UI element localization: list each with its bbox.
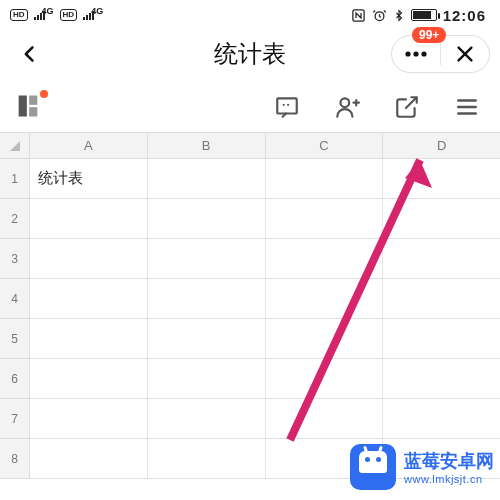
cell[interactable]: [383, 319, 500, 358]
status-left: HD 4G HD 4G: [10, 9, 103, 21]
cell[interactable]: [148, 439, 266, 478]
cell[interactable]: [30, 199, 148, 238]
watermark-title: 蓝莓安卓网: [404, 449, 494, 473]
cell[interactable]: [383, 239, 500, 278]
table-row: 2: [0, 199, 500, 239]
svg-point-2: [405, 51, 410, 56]
row-header[interactable]: 8: [0, 439, 30, 478]
signal-2: 4G: [83, 10, 103, 20]
select-all-corner[interactable]: [0, 133, 30, 158]
column-header-row: A B C D: [0, 133, 500, 159]
table-row: 1统计表: [0, 159, 500, 199]
row-header[interactable]: 6: [0, 359, 30, 398]
cell[interactable]: [30, 279, 148, 318]
menu-button[interactable]: [452, 92, 482, 122]
status-bar: HD 4G HD 4G 12:06: [0, 0, 500, 26]
cell[interactable]: [148, 279, 266, 318]
col-header[interactable]: C: [266, 133, 384, 158]
add-user-button[interactable]: [332, 92, 362, 122]
row-header[interactable]: 4: [0, 279, 30, 318]
cell[interactable]: [30, 439, 148, 478]
cell[interactable]: [266, 359, 384, 398]
comment-button[interactable]: [272, 92, 302, 122]
hd-badge-1: HD: [10, 9, 28, 21]
row-header[interactable]: 3: [0, 239, 30, 278]
close-button[interactable]: [441, 35, 489, 73]
cell[interactable]: [266, 239, 384, 278]
cell[interactable]: [266, 199, 384, 238]
nfc-icon: [351, 8, 366, 23]
svg-point-11: [341, 98, 350, 107]
share-button[interactable]: [392, 92, 422, 122]
status-right: 12:06: [351, 7, 486, 24]
cell[interactable]: [30, 359, 148, 398]
cell[interactable]: [148, 399, 266, 438]
status-time: 12:06: [443, 7, 486, 24]
svg-rect-10: [277, 98, 297, 113]
svg-point-3: [413, 51, 418, 56]
cell[interactable]: [383, 199, 500, 238]
cell[interactable]: [266, 319, 384, 358]
col-header[interactable]: D: [383, 133, 500, 158]
cell[interactable]: [383, 159, 500, 198]
app-logo[interactable]: [14, 92, 44, 122]
svg-point-4: [421, 51, 426, 56]
svg-rect-9: [29, 107, 37, 116]
title-bar: 统计表 99+: [0, 26, 500, 82]
bluetooth-icon: [393, 8, 405, 23]
cell[interactable]: [266, 279, 384, 318]
cell[interactable]: [266, 159, 384, 198]
watermark-url: www.lmkjsjt.cn: [404, 473, 494, 485]
back-button[interactable]: [10, 34, 50, 74]
cell[interactable]: 统计表: [30, 159, 148, 198]
cell[interactable]: [148, 239, 266, 278]
svg-rect-7: [19, 96, 27, 117]
cell[interactable]: [148, 159, 266, 198]
battery-icon: [411, 9, 437, 21]
doc-toolbar: [0, 82, 500, 132]
cell[interactable]: [30, 239, 148, 278]
svg-rect-8: [29, 96, 37, 105]
svg-marker-15: [10, 141, 20, 151]
row-header[interactable]: 7: [0, 399, 30, 438]
notification-badge: 99+: [412, 27, 446, 43]
watermark-icon: [350, 444, 396, 490]
table-row: 7: [0, 399, 500, 439]
table-row: 6: [0, 359, 500, 399]
table-row: 4: [0, 279, 500, 319]
signal-1: 4G: [34, 10, 54, 20]
page-title: 统计表: [214, 38, 286, 70]
mini-program-capsule: 99+: [391, 35, 490, 73]
table-row: 3: [0, 239, 500, 279]
cell[interactable]: [383, 359, 500, 398]
spreadsheet[interactable]: A B C D 1统计表2345678: [0, 132, 500, 479]
cell[interactable]: [30, 319, 148, 358]
cell[interactable]: [148, 319, 266, 358]
hd-badge-2: HD: [60, 9, 78, 21]
row-header[interactable]: 5: [0, 319, 30, 358]
alarm-icon: [372, 8, 387, 23]
table-row: 5: [0, 319, 500, 359]
col-header[interactable]: A: [30, 133, 148, 158]
row-header[interactable]: 1: [0, 159, 30, 198]
row-header[interactable]: 2: [0, 199, 30, 238]
cell[interactable]: [383, 399, 500, 438]
col-header[interactable]: B: [148, 133, 266, 158]
cell[interactable]: [266, 399, 384, 438]
cell[interactable]: [30, 399, 148, 438]
cell[interactable]: [383, 279, 500, 318]
cell[interactable]: [148, 199, 266, 238]
cell[interactable]: [148, 359, 266, 398]
watermark: 蓝莓安卓网 www.lmkjsjt.cn: [350, 444, 494, 490]
logo-notification-dot: [40, 90, 48, 98]
